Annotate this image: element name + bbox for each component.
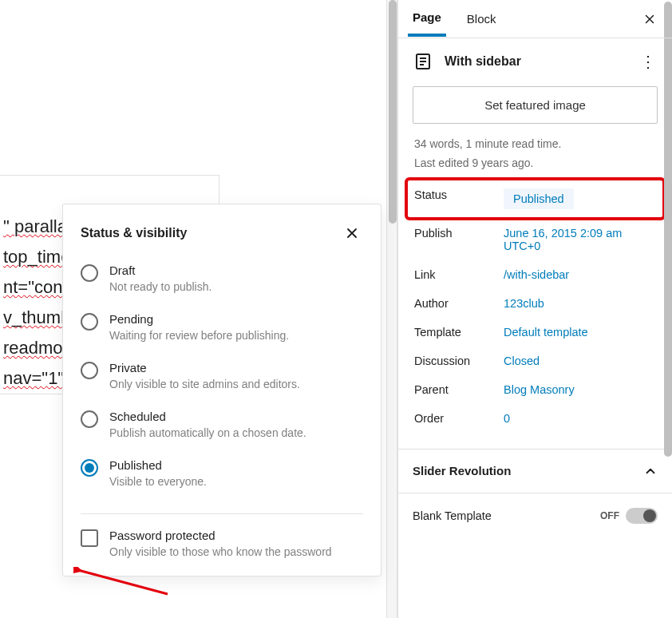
blank-template-label: Blank Template xyxy=(413,509,492,522)
row-order[interactable]: Order 0 xyxy=(414,404,656,433)
more-actions-icon[interactable]: ⋮ xyxy=(638,53,658,69)
status-option-draft[interactable]: DraftNot ready to publish. xyxy=(81,256,363,304)
status-radio-group: DraftNot ready to publish.PendingWaiting… xyxy=(63,252,381,507)
link-value[interactable]: /with-sidebar xyxy=(504,268,656,281)
row-link[interactable]: Link /with-sidebar xyxy=(414,260,656,289)
settings-sidebar: Page Block With sidebar ⋮ Set featured i… xyxy=(397,0,672,618)
popover-title: Status & visibility xyxy=(81,226,187,240)
row-author[interactable]: Author 123club xyxy=(414,289,656,318)
editor-scrollbar[interactable] xyxy=(386,0,397,618)
radio-button[interactable] xyxy=(81,459,98,477)
sidebar-tabs: Page Block xyxy=(398,0,672,38)
discussion-label: Discussion xyxy=(414,355,496,367)
radio-desc: Only visible to site admins and editors. xyxy=(109,378,300,390)
radio-button[interactable] xyxy=(81,264,98,282)
close-icon-svg xyxy=(344,225,360,241)
status-option-published[interactable]: PublishedVisible to everyone. xyxy=(81,450,363,499)
toggle-track xyxy=(626,508,658,524)
status-option-private[interactable]: PrivateOnly visible to site admins and e… xyxy=(81,353,363,402)
sidebar-scrollbar[interactable] xyxy=(664,2,672,457)
password-protected-label: Password protected xyxy=(109,529,332,542)
template-value[interactable]: Default template xyxy=(504,326,656,339)
row-template[interactable]: Template Default template xyxy=(414,318,656,347)
scroll-thumb[interactable] xyxy=(389,0,397,224)
publish-label: Publish xyxy=(414,227,496,240)
row-publish[interactable]: Publish June 16, 2015 2:09 am UTC+0 xyxy=(414,219,656,260)
radio-button[interactable] xyxy=(81,313,98,331)
radio-desc: Visible to everyone. xyxy=(109,475,207,488)
parent-label: Parent xyxy=(414,383,496,396)
set-featured-image-button[interactable]: Set featured image xyxy=(413,86,658,124)
template-label: Template xyxy=(414,326,496,339)
radio-label: Private xyxy=(109,361,300,374)
status-value[interactable]: Published xyxy=(504,188,656,209)
radio-desc: Waiting for review before publishing. xyxy=(109,329,289,342)
blank-template-row: Blank Template OFF xyxy=(398,493,672,538)
password-protected-checkbox[interactable] xyxy=(81,529,98,547)
radio-desc: Not ready to publish. xyxy=(109,280,211,293)
section-title: Slider Revolution xyxy=(413,464,511,477)
row-status[interactable]: Status Published xyxy=(408,180,662,217)
password-protected-option[interactable]: Password protected Only visible to those… xyxy=(63,514,381,576)
radio-label: Published xyxy=(109,458,207,472)
discussion-value[interactable]: Closed xyxy=(504,355,656,367)
radio-label: Pending xyxy=(109,312,289,326)
status-label: Status xyxy=(414,188,496,201)
link-label: Link xyxy=(414,268,496,281)
radio-button[interactable] xyxy=(81,362,98,379)
status-option-scheduled[interactable]: ScheduledPublish automatically on a chos… xyxy=(81,402,363,450)
toggle-knob xyxy=(643,509,656,522)
page-title: With sidebar xyxy=(445,54,627,69)
toggle-state-text: OFF xyxy=(600,510,619,521)
page-icon xyxy=(413,51,433,72)
chevron-up-icon xyxy=(643,464,658,478)
page-summary-panel: With sidebar ⋮ Set featured image 34 wor… xyxy=(398,38,672,450)
row-parent[interactable]: Parent Blog Masonry xyxy=(414,375,656,404)
radio-desc: Publish automatically on a chosen date. xyxy=(109,426,306,439)
close-sidebar-icon[interactable] xyxy=(640,8,662,30)
word-count-text: 34 words, 1 minute read time. xyxy=(413,124,658,153)
author-value[interactable]: 123club xyxy=(504,297,656,310)
row-discussion[interactable]: Discussion Closed xyxy=(414,347,656,375)
blank-template-toggle[interactable]: OFF xyxy=(600,508,658,524)
radio-button[interactable] xyxy=(81,410,98,428)
parent-value[interactable]: Blog Masonry xyxy=(504,383,656,396)
tab-page[interactable]: Page xyxy=(408,1,446,37)
status-visibility-popover: Status & visibility DraftNot ready to pu… xyxy=(62,204,381,576)
radio-label: Draft xyxy=(109,263,211,277)
password-protected-desc: Only visible to those who know the passw… xyxy=(109,545,332,558)
author-label: Author xyxy=(414,297,496,310)
order-label: Order xyxy=(414,412,496,425)
last-edited-text: Last edited 9 years ago. xyxy=(413,153,658,172)
status-option-pending[interactable]: PendingWaiting for review before publish… xyxy=(81,304,363,353)
publish-value[interactable]: June 16, 2015 2:09 am UTC+0 xyxy=(504,227,656,252)
order-value[interactable]: 0 xyxy=(504,412,656,425)
close-icon[interactable] xyxy=(341,222,363,244)
radio-label: Scheduled xyxy=(109,410,306,423)
slider-revolution-section[interactable]: Slider Revolution xyxy=(398,450,672,493)
tab-block[interactable]: Block xyxy=(462,2,501,35)
